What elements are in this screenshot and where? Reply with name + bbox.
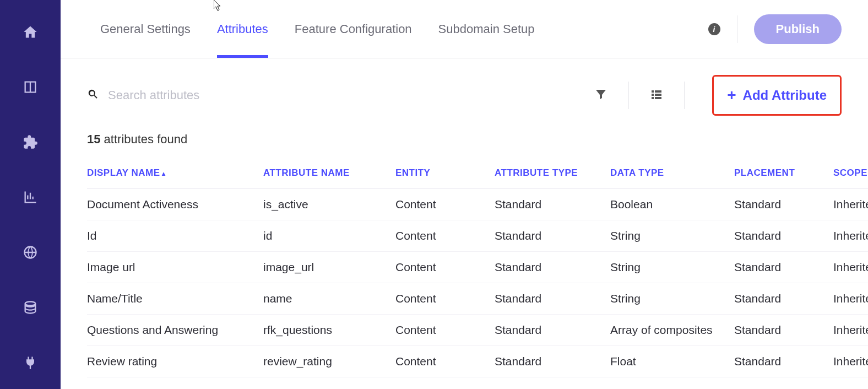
divider (628, 82, 629, 109)
search-wrap (87, 88, 576, 102)
cell-placement: Standard (734, 189, 833, 220)
info-icon[interactable]: i (708, 23, 720, 35)
globe-icon (23, 245, 38, 262)
add-attribute-label: Add Attribute (743, 88, 827, 103)
filter-icon (594, 88, 607, 103)
search-icon (87, 88, 99, 102)
cell-entity: Content (395, 252, 495, 283)
cell-entity: Content (395, 346, 495, 377)
cell-attribute-type: Standard (495, 315, 610, 346)
cell-attribute-type: Standard (495, 189, 610, 220)
sidebar-item-home[interactable] (19, 22, 41, 44)
cell-display-name: Image url (87, 252, 263, 283)
col-header-data-type[interactable]: DATA TYPE (610, 158, 734, 189)
cell-placement: Standard (734, 315, 833, 346)
tabs-bar: General Settings Attributes Feature Conf… (61, 0, 868, 58)
filter-button[interactable] (584, 82, 617, 109)
chart-icon (23, 190, 38, 207)
main-content: General Settings Attributes Feature Conf… (61, 0, 868, 389)
table-row[interactable]: Name/TitlenameContentStandardStringStand… (87, 283, 868, 315)
cell-placement: Standard (734, 283, 833, 315)
tab-general-settings[interactable]: General Settings (87, 0, 204, 58)
cell-attribute-name: rfk_questions (263, 315, 395, 346)
cell-scope: Inherite (833, 346, 868, 377)
cell-entity: Content (395, 220, 495, 252)
sidebar (0, 0, 61, 389)
cell-data-type: Float (610, 346, 734, 377)
plug-icon (23, 355, 38, 372)
divider (737, 15, 737, 43)
sidebar-item-plug[interactable] (19, 353, 41, 375)
col-header-scope[interactable]: SCOPE (833, 158, 868, 189)
cell-display-name: Document Activeness (87, 189, 263, 220)
cell-entity: Content (395, 315, 495, 346)
table-header-row: DISPLAY NAME ATTRIBUTE NAME ENTITY ATTRI… (87, 158, 868, 189)
table-row[interactable]: Image urlimage_urlContentStandardStringS… (87, 252, 868, 283)
cell-data-type: String (610, 220, 734, 252)
panel-icon (23, 79, 38, 97)
results-count: 15 attributes found (61, 116, 868, 158)
toolbar-right: + Add Attribute (584, 75, 842, 116)
attributes-table: DISPLAY NAME ATTRIBUTE NAME ENTITY ATTRI… (87, 158, 868, 377)
cell-attribute-name: id (263, 220, 395, 252)
tab-feature-configuration[interactable]: Feature Configuration (281, 0, 425, 58)
cell-attribute-name: review_rating (263, 346, 395, 377)
sidebar-item-panel[interactable] (19, 77, 41, 99)
cell-display-name: Id (87, 220, 263, 252)
list-view-icon (650, 88, 663, 103)
count-suffix: attributes found (100, 132, 187, 146)
cell-display-name: Name/Title (87, 283, 263, 315)
attributes-table-wrap: DISPLAY NAME ATTRIBUTE NAME ENTITY ATTRI… (61, 158, 868, 377)
cell-entity: Content (395, 189, 495, 220)
cell-entity: Content (395, 283, 495, 315)
cell-data-type: String (610, 283, 734, 315)
puzzle-icon (23, 134, 38, 152)
plus-icon: + (727, 88, 736, 103)
cell-scope: Inherite (833, 189, 868, 220)
table-row[interactable]: Review ratingreview_ratingContentStandar… (87, 346, 868, 377)
database-icon (23, 300, 38, 317)
tab-subdomain-setup[interactable]: Subdomain Setup (425, 0, 548, 58)
sidebar-item-globe[interactable] (19, 242, 41, 264)
divider (684, 82, 685, 109)
toolbar: + Add Attribute (61, 58, 868, 116)
cell-display-name: Review rating (87, 346, 263, 377)
cell-attribute-type: Standard (495, 252, 610, 283)
cell-attribute-name: name (263, 283, 395, 315)
cell-placement: Standard (734, 346, 833, 377)
cell-attribute-name: is_active (263, 189, 395, 220)
home-icon (23, 24, 38, 42)
search-input[interactable] (108, 88, 328, 102)
tab-attributes[interactable]: Attributes (204, 0, 281, 58)
cell-scope: Inherite (833, 315, 868, 346)
sidebar-item-chart[interactable] (19, 187, 41, 209)
col-header-attribute-type[interactable]: ATTRIBUTE TYPE (495, 158, 610, 189)
cell-attribute-type: Standard (495, 346, 610, 377)
cell-data-type: Array of composites (610, 315, 734, 346)
cell-data-type: String (610, 252, 734, 283)
table-row[interactable]: Document Activenessis_activeContentStand… (87, 189, 868, 220)
sidebar-item-database[interactable] (19, 298, 41, 320)
cell-attribute-type: Standard (495, 283, 610, 315)
cell-placement: Standard (734, 252, 833, 283)
view-toggle-button[interactable] (640, 82, 673, 109)
col-header-placement[interactable]: PLACEMENT (734, 158, 833, 189)
add-attribute-button[interactable]: + Add Attribute (712, 75, 842, 116)
col-header-attribute-name[interactable]: ATTRIBUTE NAME (263, 158, 395, 189)
cell-attribute-name: image_url (263, 252, 395, 283)
cell-scope: Inherite (833, 220, 868, 252)
cell-scope: Inherite (833, 252, 868, 283)
publish-button[interactable]: Publish (754, 14, 842, 44)
cell-attribute-type: Standard (495, 220, 610, 252)
count-number: 15 (87, 132, 100, 146)
table-row[interactable]: Questions and Answeringrfk_questionsCont… (87, 315, 868, 346)
col-header-entity[interactable]: ENTITY (395, 158, 495, 189)
cell-placement: Standard (734, 220, 833, 252)
cell-scope: Inherite (833, 283, 868, 315)
cell-display-name: Questions and Answering (87, 315, 263, 346)
cell-data-type: Boolean (610, 189, 734, 220)
sidebar-item-puzzle[interactable] (19, 132, 41, 154)
table-row[interactable]: IdidContentStandardStringStandardInherit… (87, 220, 868, 252)
col-header-display-name[interactable]: DISPLAY NAME (87, 158, 263, 189)
